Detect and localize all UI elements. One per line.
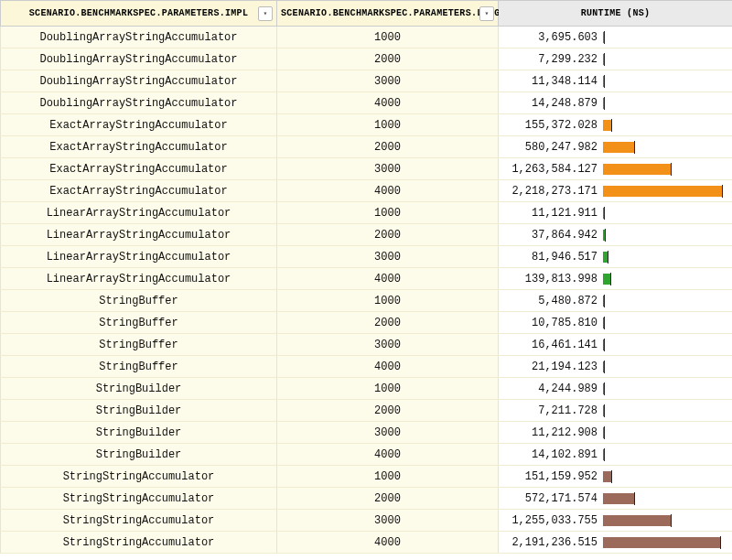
impl-cell: ExactArrayStringAccumulator: [1, 158, 277, 180]
runtime-value: 10,785.810: [502, 317, 603, 329]
runtime-value: 37,864.942: [502, 229, 603, 242]
column-header-label: SCENARIO.BENCHMARKSPEC.PARAMETERS.IMPL: [29, 8, 248, 18]
runtime-cell: 14,102.891: [499, 444, 733, 466]
error-tick-icon: [604, 317, 605, 329]
length-cell: 2000: [277, 488, 499, 510]
runtime-value: 11,121.911: [502, 207, 603, 220]
error-tick-icon: [634, 492, 635, 505]
error-tick-icon: [611, 119, 612, 132]
runtime-cell: 155,372.028: [499, 114, 733, 136]
runtime-bar-area: [603, 317, 728, 329]
length-cell: 3000: [277, 510, 499, 532]
runtime-value: 14,248.879: [502, 97, 603, 110]
table-row: ExactArrayStringAccumulator30001,263,584…: [1, 158, 733, 180]
runtime-cell: 580,247.982: [499, 136, 733, 158]
runtime-value: 572,171.574: [502, 492, 603, 505]
runtime-bar: [603, 493, 634, 504]
runtime-cell: 37,864.942: [499, 224, 733, 246]
runtime-value: 7,299.232: [502, 53, 603, 66]
impl-cell: StringBuilder: [1, 422, 277, 444]
runtime-value: 580,247.982: [502, 141, 603, 154]
impl-cell: StringBuffer: [1, 356, 277, 378]
length-cell: 2000: [277, 136, 499, 158]
impl-cell: StringBuilder: [1, 378, 277, 400]
table-row: ExactArrayStringAccumulator40002,218,273…: [1, 180, 733, 202]
runtime-cell: 5,480.872: [499, 290, 733, 312]
length-cell: 2000: [277, 312, 499, 334]
chevron-down-icon[interactable]: ▾: [258, 6, 273, 21]
impl-cell: StringStringAccumulator: [1, 532, 277, 554]
runtime-cell: 139,813.998: [499, 268, 733, 290]
runtime-bar: [603, 120, 611, 131]
runtime-value: 5,480.872: [502, 295, 603, 307]
impl-cell: LinearArrayStringAccumulator: [1, 246, 277, 268]
table-row: LinearArrayStringAccumulator100011,121.9…: [1, 202, 733, 224]
error-tick-icon: [634, 141, 635, 154]
error-tick-icon: [611, 470, 612, 483]
runtime-bar: [603, 186, 722, 197]
length-cell: 3000: [277, 246, 499, 268]
runtime-bar-area: [603, 119, 728, 132]
error-tick-icon: [605, 229, 606, 242]
runtime-cell: 14,248.879: [499, 92, 733, 114]
impl-cell: StringStringAccumulator: [1, 510, 277, 532]
impl-cell: StringBuffer: [1, 290, 277, 312]
table-row: DoublingArrayStringAccumulator10003,695.…: [1, 27, 733, 48]
column-header-length[interactable]: SCENARIO.BENCHMARKSPEC.PARAMETERS.LENGTH…: [277, 1, 499, 27]
runtime-cell: 3,695.603: [499, 27, 733, 48]
runtime-cell: 4,244.989: [499, 378, 733, 400]
table-row: LinearArrayStringAccumulator4000139,813.…: [1, 268, 733, 290]
column-header-impl[interactable]: SCENARIO.BENCHMARKSPEC.PARAMETERS.IMPL ▾: [1, 1, 277, 27]
error-tick-icon: [604, 53, 605, 66]
impl-cell: StringBuilder: [1, 444, 277, 466]
runtime-value: 11,348.114: [502, 75, 603, 88]
runtime-bar-area: [603, 229, 728, 242]
runtime-cell: 11,348.114: [499, 70, 733, 92]
runtime-bar: [603, 274, 610, 285]
runtime-cell: 16,461.141: [499, 334, 733, 356]
runtime-cell: 10,785.810: [499, 312, 733, 334]
length-cell: 4000: [277, 444, 499, 466]
runtime-value: 3,695.603: [502, 31, 603, 44]
length-cell: 2000: [277, 400, 499, 422]
column-header-label: SCENARIO.BENCHMARKSPEC.PARAMETERS.LENGTH: [281, 8, 511, 18]
impl-cell: ExactArrayStringAccumulator: [1, 114, 277, 136]
runtime-bar-area: [603, 426, 728, 439]
runtime-bar-area: [603, 536, 728, 549]
length-cell: 1000: [277, 290, 499, 312]
runtime-value: 155,372.028: [502, 119, 603, 132]
impl-cell: LinearArrayStringAccumulator: [1, 202, 277, 224]
error-tick-icon: [604, 404, 605, 417]
error-tick-icon: [604, 361, 605, 373]
runtime-cell: 572,171.574: [499, 488, 733, 510]
runtime-value: 1,255,033.755: [502, 514, 603, 527]
length-cell: 1000: [277, 466, 499, 488]
runtime-bar-area: [603, 404, 728, 417]
length-cell: 1000: [277, 27, 499, 48]
impl-cell: StringBuilder: [1, 400, 277, 422]
error-tick-icon: [610, 273, 611, 285]
table-row: LinearArrayStringAccumulator200037,864.9…: [1, 224, 733, 246]
runtime-bar-area: [603, 141, 728, 154]
runtime-bar: [603, 537, 720, 548]
error-tick-icon: [671, 514, 672, 527]
impl-cell: DoublingArrayStringAccumulator: [1, 70, 277, 92]
impl-cell: StringStringAccumulator: [1, 466, 277, 488]
error-tick-icon: [604, 207, 605, 220]
impl-cell: DoublingArrayStringAccumulator: [1, 92, 277, 114]
impl-cell: LinearArrayStringAccumulator: [1, 224, 277, 246]
column-header-runtime[interactable]: RUNTIME (NS): [499, 1, 733, 27]
error-tick-icon: [604, 426, 605, 439]
chevron-down-icon[interactable]: ▾: [479, 6, 494, 21]
runtime-bar-area: [603, 514, 728, 527]
runtime-bar-area: [603, 53, 728, 66]
benchmark-table: SCENARIO.BENCHMARKSPEC.PARAMETERS.IMPL ▾…: [0, 0, 732, 554]
impl-cell: ExactArrayStringAccumulator: [1, 180, 277, 202]
error-tick-icon: [671, 163, 672, 176]
runtime-bar: [603, 515, 671, 526]
runtime-bar-area: [603, 339, 728, 351]
error-tick-icon: [722, 185, 723, 198]
impl-cell: ExactArrayStringAccumulator: [1, 136, 277, 158]
runtime-bar: [603, 164, 671, 175]
runtime-bar-area: [603, 470, 728, 483]
